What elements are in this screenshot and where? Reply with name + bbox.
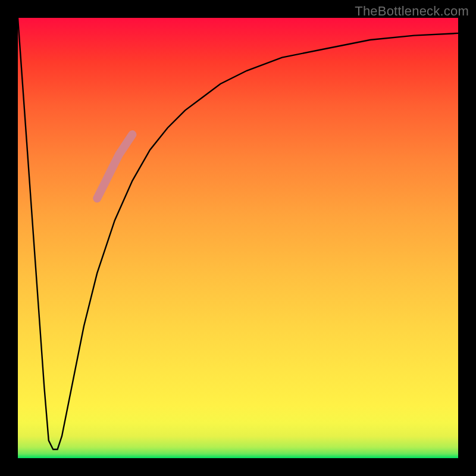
series-highlight-segment (97, 134, 132, 198)
chart-svg (18, 18, 458, 458)
chart-frame: TheBottleneck.com (0, 0, 476, 476)
plot-area (18, 18, 458, 458)
series-baseline-line (18, 18, 458, 449)
watermark-text: TheBottleneck.com (355, 4, 469, 19)
